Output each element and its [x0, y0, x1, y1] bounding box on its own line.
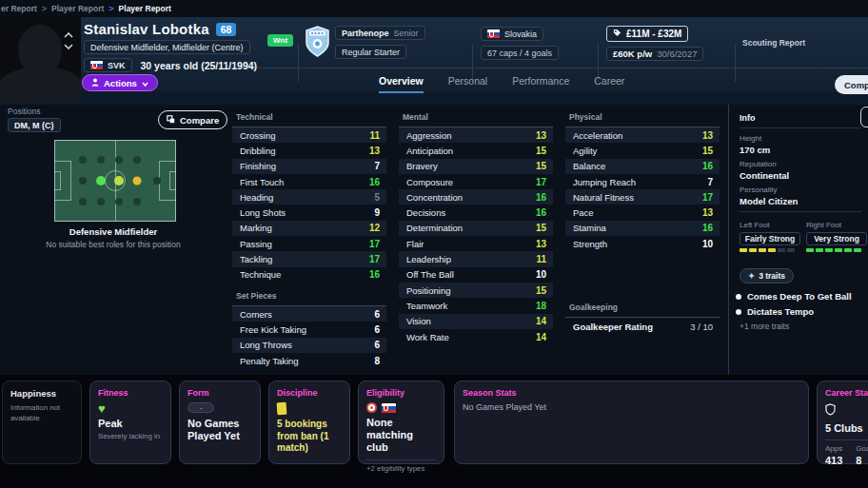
attribute-value: 13 [536, 130, 546, 141]
club-crest-icon[interactable] [305, 26, 330, 61]
trait-item: Dictates Tempo [736, 306, 852, 317]
wage-pill: £60K p/w 30/6/2027 [606, 47, 703, 61]
foot-strength-segment [806, 248, 814, 252]
section-title-set-pieces: Set Pieces [232, 291, 386, 306]
attribute-value: 17 [536, 177, 546, 187]
attribute-label: Flair [406, 239, 424, 249]
attribute-value: 13 [702, 207, 713, 218]
attribute-label: Balance [573, 161, 605, 171]
info-panel: Info Height 170 cm Reputation Continenta… [728, 105, 868, 375]
attribute-value: 6 [374, 309, 380, 320]
attribute-row: Finishing7 [232, 159, 386, 174]
section-title-physical: Physical [565, 112, 720, 127]
breadcrumb: er Report>Player Report>Player Report [0, 0, 868, 17]
more-traits-link[interactable]: +1 more traits [740, 322, 789, 331]
divider [298, 44, 299, 82]
attribute-row: Bravery15 [399, 159, 553, 174]
club-pill[interactable]: Parthenope Senior [335, 26, 425, 40]
career-stats-title: Career Stats [825, 388, 868, 398]
sparkle-icon: ✦ [748, 271, 755, 281]
attribute-label: Passing [240, 239, 272, 249]
attribute-label: Positioning [406, 285, 450, 296]
apps-value: 413 [825, 455, 842, 466]
attribute-value: 7 [374, 161, 380, 171]
divider [735, 44, 736, 82]
attribute-value: 14 [536, 316, 546, 326]
positions-badge: DM, M (C) [8, 118, 61, 132]
traits-count-badge[interactable]: ✦ 3 traits [740, 268, 794, 283]
career-stats-panel[interactable]: Career Stats 5 Clubs Apps 413 Goals 8 [817, 381, 868, 464]
attribute-row: Free Kick Taking6 [232, 322, 386, 337]
attribute-label: Vision [406, 316, 431, 326]
foot-strength-segment [844, 248, 852, 252]
attribute-label: Natural Fitness [573, 192, 634, 203]
attribute-row: First Touch16 [232, 174, 386, 189]
position-note: No suitable best roles for this position [0, 240, 227, 249]
chevron-up-icon[interactable] [64, 32, 73, 38]
foot-strength-segment [825, 248, 833, 252]
discipline-value: 5 bookings from ban (1 match) [277, 419, 342, 455]
panel-edge-button[interactable] [860, 107, 868, 127]
compare-button-top[interactable]: Compare [835, 75, 868, 94]
eligibility-panel[interactable]: Eligibility None matching club +2 eligib… [358, 381, 444, 464]
foot-strength-segment [835, 248, 842, 252]
slovakia-flag-icon [487, 29, 500, 38]
foot-strength-segment [759, 248, 766, 252]
discipline-panel[interactable]: Discipline 5 bookings from ban (1 match) [268, 381, 350, 464]
slovakia-flag-icon [90, 61, 103, 69]
mental-attributes: Mental Aggression13Anticipation15Bravery… [399, 112, 553, 344]
compare-icon [167, 115, 175, 126]
trait-list: Comes Deep To Get BallDictates Tempo [736, 291, 852, 317]
attribute-value: 16 [702, 223, 713, 233]
tabs: OverviewPersonalPerformanceCareer [379, 75, 624, 93]
goals-label: Goals [856, 444, 868, 453]
attribute-label: Tackling [240, 254, 272, 264]
attribute-value: 9 [374, 207, 380, 218]
clubs-count: 5 Clubs [825, 422, 868, 435]
season-stats-panel[interactable]: Season Stats No Games Played Yet [454, 381, 809, 464]
attribute-value: 6 [374, 340, 380, 350]
section-title-goalkeeping: Goalkeeping [565, 303, 720, 318]
attribute-row: Concentration16 [399, 189, 553, 205]
info-title: Info [740, 113, 756, 123]
attribute-value: 17 [369, 239, 380, 249]
form-panel[interactable]: Form - No Games Played Yet [179, 381, 261, 464]
fitness-panel[interactable]: Fitness ♥ Peak Severely lacking in ... [89, 381, 171, 464]
attribute-label: Crossing [240, 130, 276, 141]
attribute-value: 16 [369, 177, 380, 187]
attribute-row: Tackling17 [232, 251, 386, 266]
attribute-row: Leadership11 [399, 251, 553, 266]
breadcrumb-separator-icon: > [42, 4, 47, 13]
chevron-down-icon[interactable] [64, 44, 73, 49]
form-value: No Games Played Yet [187, 418, 252, 442]
attribute-value: 13 [536, 239, 546, 249]
breadcrumb-item[interactable]: er Report [1, 4, 37, 13]
tab-personal[interactable]: Personal [448, 75, 487, 91]
attribute-row: Corners6 [232, 306, 386, 322]
tab-career[interactable]: Career [594, 75, 624, 91]
attribute-label: Finishing [240, 161, 276, 171]
national-team-pill[interactable]: Slovakia [481, 27, 543, 41]
position-dot-none [133, 156, 141, 164]
breadcrumb-item[interactable]: Player Report [119, 4, 171, 13]
attribute-row: Acceleration13 [565, 127, 720, 143]
left-foot-label: Left Foot [740, 221, 800, 229]
attribute-value: 5 [374, 192, 380, 203]
wanted-badge: Wnt [267, 34, 293, 47]
position-dot-none [97, 156, 105, 164]
compare-button[interactable]: Compare [158, 110, 227, 129]
actions-button[interactable]: Actions [82, 74, 158, 91]
tab-overview[interactable]: Overview [379, 75, 424, 93]
nationality-pill: SVK [84, 58, 132, 72]
attribute-row: Technique16 [232, 267, 386, 283]
breadcrumb-item[interactable]: Player Report [51, 4, 104, 13]
attribute-label: Pace [573, 207, 594, 218]
trait-label: Dictates Tempo [747, 306, 814, 317]
trait-item: Comes Deep To Get Ball [736, 291, 852, 302]
happiness-panel[interactable]: Happiness Information not available [2, 381, 82, 464]
attribute-row: Anticipation15 [399, 143, 553, 158]
player-report-screen: er Report>Player Report>Player Report St… [0, 0, 868, 488]
attribute-row: Teamwork18 [399, 298, 553, 313]
tab-performance[interactable]: Performance [512, 75, 569, 91]
attribute-label: Work Rate [406, 332, 449, 342]
